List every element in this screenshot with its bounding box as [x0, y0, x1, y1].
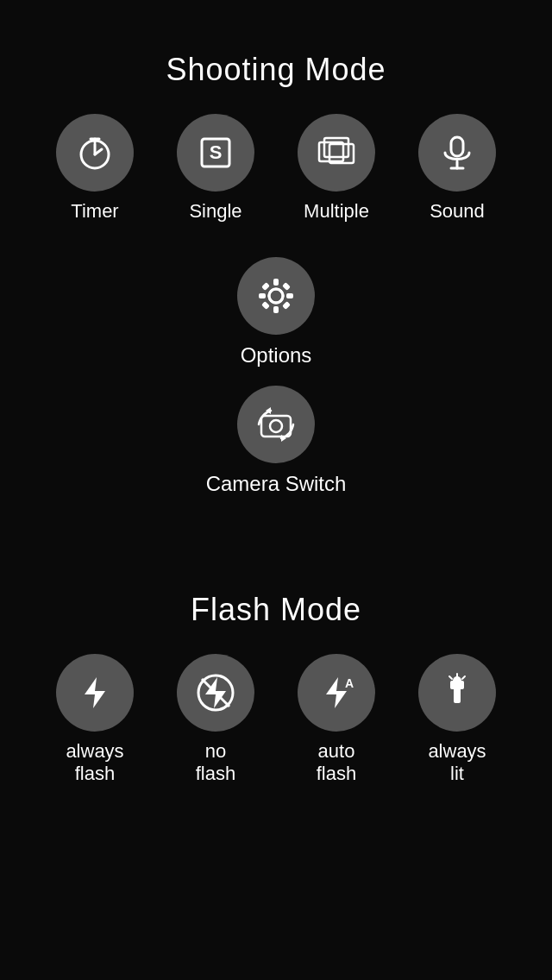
svg-rect-22	[261, 416, 291, 437]
multiple-button[interactable]: Multiple	[289, 114, 384, 223]
timer-icon	[74, 132, 116, 173]
timer-label: Timer	[71, 200, 118, 223]
always-flash-icon-circle	[56, 654, 134, 732]
camera-switch-label: Camera Switch	[206, 472, 347, 497]
auto-flash-icon-circle: A	[298, 654, 375, 732]
gear-icon	[254, 273, 298, 318]
options-button[interactable]: Options	[237, 257, 315, 368]
svg-text:A: A	[345, 676, 354, 690]
single-button[interactable]: S Single	[168, 114, 263, 223]
always-lit-icon-circle	[418, 654, 496, 732]
options-label: Options	[241, 343, 312, 368]
svg-rect-10	[451, 137, 463, 156]
sound-label: Sound	[430, 200, 485, 223]
sound-icon-circle	[418, 114, 496, 192]
auto-flash-label: auto flash	[317, 740, 356, 786]
svg-rect-14	[273, 279, 279, 286]
svg-rect-7	[319, 142, 343, 161]
multiple-icon-circle	[298, 114, 375, 192]
flash-mode-section: Flash Mode always flash no flash	[0, 540, 552, 786]
shooting-mode-row: Timer S Single Multiple	[0, 114, 552, 223]
always-flash-icon	[74, 672, 116, 713]
shooting-mode-section: Shooting Mode Timer S	[0, 0, 552, 497]
always-flash-button[interactable]: always flash	[47, 654, 142, 786]
auto-flash-icon: A	[316, 672, 357, 713]
svg-rect-19	[282, 282, 291, 291]
always-lit-button[interactable]: always lit	[410, 654, 505, 786]
multiple-label: Multiple	[304, 200, 369, 223]
svg-rect-21	[282, 301, 291, 310]
microphone-icon	[436, 132, 478, 173]
multiple-icon	[316, 132, 357, 173]
svg-rect-18	[261, 282, 270, 291]
svg-line-37	[449, 676, 452, 679]
svg-text:S: S	[210, 141, 223, 163]
svg-rect-16	[259, 293, 266, 298]
svg-rect-15	[273, 306, 279, 313]
svg-rect-17	[286, 293, 293, 298]
auto-flash-button[interactable]: A auto flash	[289, 654, 384, 786]
always-flash-label: always flash	[66, 740, 123, 786]
camera-switch-icon	[254, 402, 298, 447]
svg-point-23	[270, 420, 282, 432]
no-flash-button[interactable]: no flash	[168, 654, 263, 786]
no-flash-icon-circle	[177, 654, 254, 732]
camera-switch-icon-circle	[237, 386, 315, 463]
flash-mode-title: Flash Mode	[191, 592, 361, 628]
options-icon-circle	[237, 257, 315, 335]
shooting-mode-title: Shooting Mode	[166, 52, 386, 88]
svg-rect-9	[329, 144, 354, 163]
timer-icon-circle	[56, 114, 134, 192]
single-icon-circle: S	[177, 114, 254, 192]
svg-rect-32	[454, 688, 461, 703]
svg-marker-30	[326, 677, 347, 708]
svg-line-36	[462, 676, 465, 679]
no-flash-icon	[195, 672, 236, 713]
timer-button[interactable]: Timer	[47, 114, 142, 223]
flashlight-icon	[436, 672, 478, 713]
svg-rect-8	[324, 138, 348, 157]
svg-point-13	[269, 289, 283, 303]
single-label: Single	[189, 200, 242, 223]
always-lit-label: always lit	[428, 740, 486, 786]
svg-marker-26	[85, 677, 105, 708]
single-icon: S	[195, 132, 236, 173]
sound-button[interactable]: Sound	[410, 114, 505, 223]
svg-rect-20	[261, 301, 270, 310]
flash-mode-row: always flash no flash A auto flash	[0, 654, 552, 786]
no-flash-label: no flash	[196, 740, 235, 786]
camera-switch-button[interactable]: Camera Switch	[206, 386, 347, 497]
